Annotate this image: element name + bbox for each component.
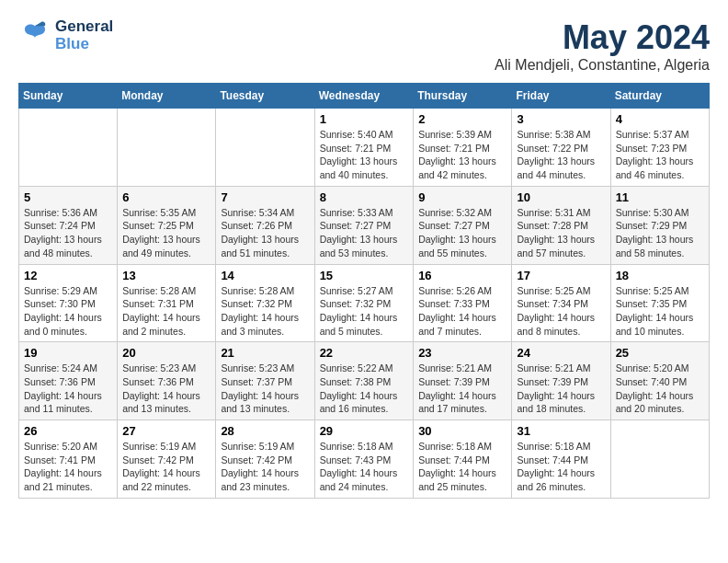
- calendar-week-row: 12Sunrise: 5:29 AMSunset: 7:30 PMDayligh…: [19, 264, 710, 342]
- day-number: 5: [24, 190, 112, 204]
- calendar-cell: 25Sunrise: 5:20 AMSunset: 7:40 PMDayligh…: [610, 342, 709, 420]
- day-info: Sunrise: 5:18 AMSunset: 7:44 PMDaylight:…: [418, 440, 506, 494]
- day-info: Sunrise: 5:23 AMSunset: 7:37 PMDaylight:…: [221, 362, 309, 416]
- day-info: Sunrise: 5:37 AMSunset: 7:23 PMDaylight:…: [616, 128, 704, 182]
- day-number: 1: [320, 112, 409, 126]
- calendar-cell: 31Sunrise: 5:18 AMSunset: 7:44 PMDayligh…: [512, 420, 610, 499]
- calendar-cell: 14Sunrise: 5:28 AMSunset: 7:32 PMDayligh…: [216, 264, 314, 342]
- day-info: Sunrise: 5:35 AMSunset: 7:25 PMDaylight:…: [122, 206, 210, 260]
- calendar-cell: 2Sunrise: 5:39 AMSunset: 7:21 PMDaylight…: [414, 109, 512, 187]
- calendar-cell: 10Sunrise: 5:31 AMSunset: 7:28 PMDayligh…: [512, 186, 610, 264]
- day-info: Sunrise: 5:21 AMSunset: 7:39 PMDaylight:…: [517, 362, 605, 416]
- day-info: Sunrise: 5:28 AMSunset: 7:32 PMDaylight:…: [221, 284, 309, 339]
- day-number: 9: [418, 190, 506, 204]
- weekday-header: Tuesday: [216, 84, 314, 109]
- calendar-cell: 5Sunrise: 5:36 AMSunset: 7:24 PMDaylight…: [19, 186, 118, 264]
- calendar-cell: 27Sunrise: 5:19 AMSunset: 7:42 PMDayligh…: [118, 420, 216, 499]
- calendar-cell: [118, 109, 216, 187]
- day-info: Sunrise: 5:28 AMSunset: 7:31 PMDaylight:…: [122, 284, 210, 339]
- calendar-cell: 21Sunrise: 5:23 AMSunset: 7:37 PMDayligh…: [216, 342, 314, 420]
- day-info: Sunrise: 5:30 AMSunset: 7:29 PMDaylight:…: [616, 206, 704, 260]
- day-info: Sunrise: 5:22 AMSunset: 7:38 PMDaylight:…: [320, 362, 409, 416]
- day-info: Sunrise: 5:19 AMSunset: 7:42 PMDaylight:…: [221, 440, 309, 494]
- day-info: Sunrise: 5:36 AMSunset: 7:24 PMDaylight:…: [24, 206, 112, 260]
- day-info: Sunrise: 5:33 AMSunset: 7:27 PMDaylight:…: [320, 206, 409, 260]
- logo-blue: Blue: [55, 36, 113, 53]
- calendar-cell: 17Sunrise: 5:25 AMSunset: 7:34 PMDayligh…: [512, 264, 610, 342]
- calendar-cell: 26Sunrise: 5:20 AMSunset: 7:41 PMDayligh…: [19, 420, 118, 499]
- calendar-cell: 15Sunrise: 5:27 AMSunset: 7:32 PMDayligh…: [314, 264, 414, 342]
- calendar-cell: 4Sunrise: 5:37 AMSunset: 7:23 PMDaylight…: [610, 109, 709, 187]
- calendar-cell: 23Sunrise: 5:21 AMSunset: 7:39 PMDayligh…: [414, 342, 512, 420]
- logo-icon: [18, 19, 51, 52]
- day-info: Sunrise: 5:20 AMSunset: 7:41 PMDaylight:…: [24, 440, 112, 494]
- day-number: 24: [517, 346, 605, 360]
- logo-general: General: [55, 18, 113, 36]
- day-number: 8: [320, 190, 409, 204]
- day-number: 25: [616, 346, 704, 360]
- day-info: Sunrise: 5:32 AMSunset: 7:27 PMDaylight:…: [418, 206, 506, 260]
- day-number: 10: [517, 190, 605, 204]
- day-info: Sunrise: 5:18 AMSunset: 7:43 PMDaylight:…: [320, 440, 409, 494]
- day-info: Sunrise: 5:38 AMSunset: 7:22 PMDaylight:…: [517, 128, 605, 182]
- calendar-week-row: 26Sunrise: 5:20 AMSunset: 7:41 PMDayligh…: [19, 420, 710, 499]
- day-info: Sunrise: 5:27 AMSunset: 7:32 PMDaylight:…: [320, 284, 409, 339]
- day-number: 15: [320, 269, 409, 282]
- weekday-header: Monday: [118, 84, 216, 109]
- day-info: Sunrise: 5:24 AMSunset: 7:36 PMDaylight:…: [24, 362, 112, 416]
- day-number: 2: [418, 112, 506, 126]
- day-number: 11: [616, 190, 704, 204]
- calendar-cell: 20Sunrise: 5:23 AMSunset: 7:36 PMDayligh…: [118, 342, 216, 420]
- calendar-week-row: 1Sunrise: 5:40 AMSunset: 7:21 PMDaylight…: [19, 109, 710, 187]
- day-info: Sunrise: 5:26 AMSunset: 7:33 PMDaylight:…: [418, 284, 506, 339]
- calendar-cell: 1Sunrise: 5:40 AMSunset: 7:21 PMDaylight…: [314, 109, 414, 187]
- calendar-cell: 19Sunrise: 5:24 AMSunset: 7:36 PMDayligh…: [19, 342, 118, 420]
- location-subtitle: Ali Mendjeli, Constantine, Algeria: [495, 57, 710, 74]
- weekday-header: Sunday: [19, 84, 118, 109]
- weekday-header: Wednesday: [314, 84, 414, 109]
- calendar-cell: [216, 109, 314, 187]
- day-number: 31: [517, 424, 605, 438]
- calendar-week-row: 19Sunrise: 5:24 AMSunset: 7:36 PMDayligh…: [19, 342, 710, 420]
- day-number: 4: [616, 112, 704, 126]
- calendar-cell: 29Sunrise: 5:18 AMSunset: 7:43 PMDayligh…: [314, 420, 414, 499]
- logo: General Blue: [18, 18, 113, 52]
- calendar-cell: 9Sunrise: 5:32 AMSunset: 7:27 PMDaylight…: [414, 186, 512, 264]
- day-info: Sunrise: 5:29 AMSunset: 7:30 PMDaylight:…: [24, 284, 112, 339]
- weekday-header: Friday: [512, 84, 610, 109]
- calendar-cell: 3Sunrise: 5:38 AMSunset: 7:22 PMDaylight…: [512, 109, 610, 187]
- weekday-header: Saturday: [610, 84, 709, 109]
- day-number: 17: [517, 269, 605, 282]
- day-number: 26: [24, 424, 112, 438]
- day-info: Sunrise: 5:25 AMSunset: 7:34 PMDaylight:…: [517, 284, 605, 339]
- day-info: Sunrise: 5:20 AMSunset: 7:40 PMDaylight:…: [616, 362, 704, 416]
- page-header: General Blue May 2024 Ali Mendjeli, Cons…: [18, 18, 710, 74]
- day-number: 6: [122, 190, 210, 204]
- calendar-cell: 12Sunrise: 5:29 AMSunset: 7:30 PMDayligh…: [19, 264, 118, 342]
- day-number: 3: [517, 112, 605, 126]
- calendar-cell: [19, 109, 118, 187]
- title-section: May 2024 Ali Mendjeli, Constantine, Alge…: [495, 18, 710, 74]
- day-info: Sunrise: 5:39 AMSunset: 7:21 PMDaylight:…: [418, 128, 506, 182]
- day-number: 21: [221, 346, 309, 360]
- day-info: Sunrise: 5:19 AMSunset: 7:42 PMDaylight:…: [122, 440, 210, 494]
- month-title: May 2024: [495, 18, 710, 57]
- day-info: Sunrise: 5:31 AMSunset: 7:28 PMDaylight:…: [517, 206, 605, 260]
- calendar-week-row: 5Sunrise: 5:36 AMSunset: 7:24 PMDaylight…: [19, 186, 710, 264]
- day-number: 23: [418, 346, 506, 360]
- calendar-cell: 6Sunrise: 5:35 AMSunset: 7:25 PMDaylight…: [118, 186, 216, 264]
- weekday-header-row: SundayMondayTuesdayWednesdayThursdayFrid…: [19, 84, 710, 109]
- calendar-cell: 13Sunrise: 5:28 AMSunset: 7:31 PMDayligh…: [118, 264, 216, 342]
- calendar-cell: 22Sunrise: 5:22 AMSunset: 7:38 PMDayligh…: [314, 342, 414, 420]
- day-number: 12: [24, 269, 112, 282]
- calendar-cell: 24Sunrise: 5:21 AMSunset: 7:39 PMDayligh…: [512, 342, 610, 420]
- day-info: Sunrise: 5:34 AMSunset: 7:26 PMDaylight:…: [221, 206, 309, 260]
- calendar-cell: 11Sunrise: 5:30 AMSunset: 7:29 PMDayligh…: [610, 186, 709, 264]
- day-number: 22: [320, 346, 409, 360]
- day-number: 16: [418, 269, 506, 282]
- logo-text: General Blue: [55, 18, 113, 52]
- calendar-cell: 7Sunrise: 5:34 AMSunset: 7:26 PMDaylight…: [216, 186, 314, 264]
- day-info: Sunrise: 5:25 AMSunset: 7:35 PMDaylight:…: [616, 284, 704, 339]
- calendar-cell: 30Sunrise: 5:18 AMSunset: 7:44 PMDayligh…: [414, 420, 512, 499]
- day-info: Sunrise: 5:18 AMSunset: 7:44 PMDaylight:…: [517, 440, 605, 494]
